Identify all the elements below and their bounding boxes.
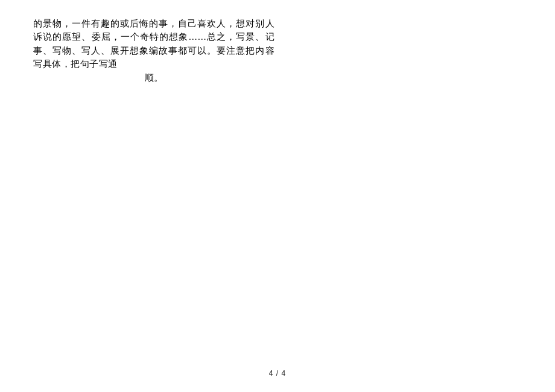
paragraph-text: 的景物，一件有趣的或后悔的事，自己喜欢人，想对别人诉说的愿望、委屈，一个奇特的想… (33, 19, 274, 69)
page-number: 4 / 4 (0, 369, 555, 378)
document-body: 的景物，一件有趣的或后悔的事，自己喜欢人，想对别人诉说的愿望、委屈，一个奇特的想… (33, 17, 274, 84)
paragraph-last-line: 顺。 (33, 71, 274, 84)
